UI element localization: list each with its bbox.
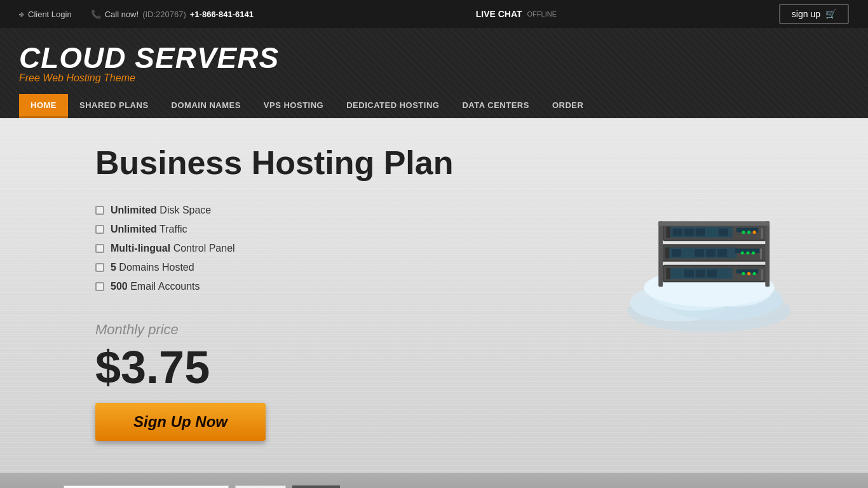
nav-order[interactable]: ORDER [541, 94, 595, 118]
svg-rect-45 [696, 270, 705, 278]
phone-info: 📞 Call now! (ID:220767) +1-866-841-6141 [91, 10, 254, 19]
hero-section: Business Hosting Plan Unlimited Disk Spa… [0, 118, 868, 473]
live-chat[interactable]: LIVE CHAT OFFLINE [476, 9, 557, 19]
nav-data-centers[interactable]: DATA CENTERS [451, 94, 540, 118]
domain-extension-select[interactable]: .com .net .org .info .biz [235, 485, 286, 488]
svg-point-10 [742, 231, 745, 234]
svg-rect-36 [707, 228, 717, 236]
nav-shared-plans[interactable]: SHARED PLANS [68, 94, 160, 118]
feature-domains: 5 Domains Hosted [95, 258, 453, 277]
svg-rect-44 [684, 270, 694, 278]
nav-domain-names[interactable]: DOMAIN NAMES [160, 94, 252, 118]
svg-rect-34 [684, 228, 694, 236]
svg-rect-37 [719, 228, 728, 236]
feature-disk-space: Unlimited Disk Space [95, 201, 453, 220]
price: $3.75 [95, 344, 210, 390]
svg-rect-40 [695, 249, 704, 257]
top-bar: ⎆ Client Login 📞 Call now! (ID:220767) +… [0, 0, 868, 28]
monthly-label: Monthly price [95, 322, 179, 338]
svg-rect-43 [673, 270, 682, 278]
signup-button[interactable]: sign up 🛒 [779, 4, 849, 24]
hero-content: Business Hosting Plan Unlimited Disk Spa… [95, 144, 453, 441]
hero-title: Business Hosting Plan [95, 144, 453, 182]
server-cloud-graphic [614, 144, 804, 347]
svg-rect-32 [666, 268, 670, 279]
signup-now-button[interactable]: Sign Up Now [95, 403, 266, 441]
nav-home[interactable]: HOME [19, 94, 68, 118]
domain-bar: .com .net .org .info .biz ▼ GO .com $9.9… [0, 473, 868, 488]
svg-rect-41 [706, 249, 715, 257]
svg-rect-33 [673, 228, 682, 236]
login-icon: ⎆ [19, 10, 24, 19]
domain-search-input[interactable] [64, 485, 229, 488]
svg-point-28 [753, 272, 756, 275]
feature-email: 500 Email Accounts [95, 277, 453, 296]
main-nav: HOME SHARED PLANS DOMAIN NAMES VPS HOSTI… [19, 94, 849, 118]
svg-rect-49 [765, 221, 770, 287]
domain-extension-select-wrap[interactable]: .com .net .org .info .biz ▼ [235, 485, 286, 488]
cart-icon: 🛒 [825, 9, 836, 19]
svg-rect-21 [760, 248, 762, 259]
svg-rect-42 [717, 249, 727, 257]
svg-rect-38 [672, 249, 681, 257]
checkbox-icon [95, 282, 104, 291]
nav-dedicated-hosting[interactable]: DEDICATED HOSTING [335, 94, 451, 118]
svg-point-19 [746, 251, 749, 254]
logo-title: CLOUD SERVERS [19, 41, 849, 75]
checkbox-icon [95, 263, 104, 272]
price-area: Monthly price $3.75 Sign Up Now [95, 322, 453, 441]
svg-rect-31 [665, 247, 670, 258]
svg-rect-35 [696, 228, 705, 236]
svg-point-11 [747, 231, 750, 234]
svg-point-20 [752, 251, 755, 254]
svg-point-27 [747, 272, 750, 275]
feature-traffic: Unlimited Traffic [95, 220, 453, 239]
feature-control-panel: Multi-lingual Control Panel [95, 239, 453, 258]
svg-point-26 [742, 272, 745, 275]
svg-rect-47 [719, 270, 728, 278]
checkbox-icon [95, 206, 104, 215]
svg-rect-50 [658, 221, 770, 226]
go-button[interactable]: GO [292, 485, 340, 488]
checkbox-icon [95, 225, 104, 234]
svg-rect-39 [683, 249, 693, 257]
nav-vps-hosting[interactable]: VPS HOSTING [252, 94, 335, 118]
top-bar-left: ⎆ Client Login 📞 Call now! (ID:220767) +… [19, 10, 254, 19]
svg-rect-46 [707, 270, 717, 278]
svg-rect-30 [666, 227, 670, 238]
svg-rect-29 [761, 269, 763, 280]
hero-illustration [614, 144, 804, 347]
hero-features: Unlimited Disk Space Unlimited Traffic M… [95, 201, 453, 296]
svg-point-18 [741, 251, 744, 254]
header: CLOUD SERVERS Free Web Hosting Theme HOM… [0, 28, 868, 118]
logo-area: CLOUD SERVERS Free Web Hosting Theme [19, 41, 849, 84]
svg-rect-13 [761, 228, 763, 239]
client-login[interactable]: ⎆ Client Login [19, 10, 72, 19]
svg-point-12 [753, 231, 756, 234]
checkbox-icon [95, 244, 104, 253]
svg-rect-48 [658, 221, 663, 287]
phone-icon: 📞 [91, 10, 101, 19]
